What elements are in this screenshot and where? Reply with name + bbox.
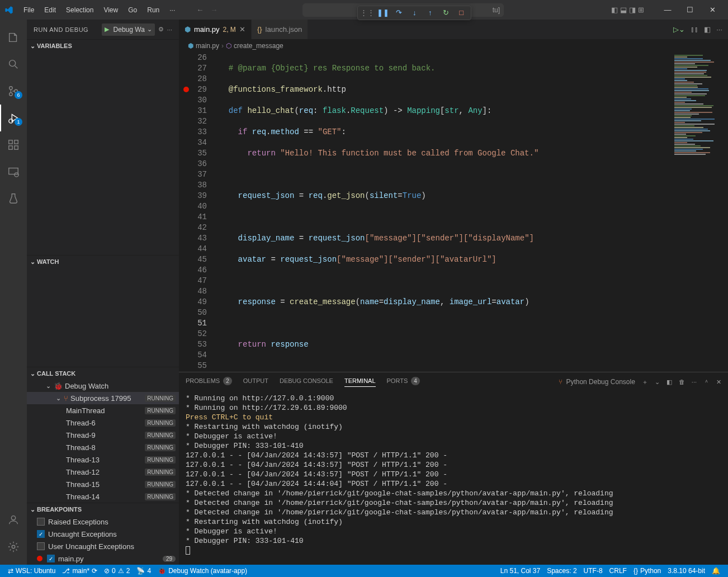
tab-problems[interactable]: PROBLEMS2: [186, 377, 232, 387]
drag-handle-icon[interactable]: ⋮⋮: [362, 8, 372, 18]
variables-header[interactable]: ⌄VARIABLES: [27, 40, 179, 52]
menu-bar: File Edit Selection View Go Run ···: [19, 4, 179, 16]
sb-interpreter[interactable]: 3.8.10 64-bit: [664, 567, 708, 575]
close-icon[interactable]: ✕: [239, 25, 245, 34]
maximize-button[interactable]: ☐: [679, 2, 701, 18]
more-icon[interactable]: ···: [716, 25, 722, 34]
svg-point-11: [15, 173, 18, 177]
gutter[interactable]: 2627282930313233343536373839404142434445…: [179, 53, 217, 372]
watch-header[interactable]: ⌄WATCH: [27, 256, 179, 268]
sb-ports[interactable]: 📡4: [133, 565, 154, 577]
code[interactable]: # @param {Object} res Response to send b…: [217, 53, 672, 372]
sb-branch[interactable]: ⎇main*⟳: [59, 565, 101, 577]
chevron-down-icon[interactable]: ⌄: [147, 26, 152, 33]
activity-debug[interactable]: 1: [0, 105, 27, 131]
close-button[interactable]: ✕: [701, 2, 724, 18]
checkbox-checked-icon[interactable]: ✓: [47, 555, 55, 562]
sb-remote[interactable]: ⇄WSL: Ubuntu: [4, 565, 59, 577]
split-right-icon[interactable]: ⫿⫿: [691, 25, 698, 34]
sb-eol[interactable]: CRLF: [606, 567, 630, 575]
step-out-icon[interactable]: ↑: [425, 8, 435, 18]
pause-icon[interactable]: ❚❚: [378, 8, 388, 18]
activity-remote[interactable]: [0, 158, 27, 185]
activity-settings[interactable]: [0, 533, 27, 560]
chevron-down-icon[interactable]: ⌄: [655, 379, 660, 386]
bp-file[interactable]: ✓main.py29: [27, 552, 179, 565]
callstack-thread[interactable]: Thread-13RUNNING: [27, 453, 179, 466]
menu-file[interactable]: File: [19, 4, 39, 16]
debug-config-select[interactable]: ▶ Debug Wa ⌄: [102, 23, 155, 36]
more-icon[interactable]: ···: [692, 379, 697, 385]
sync-icon[interactable]: ⟳: [92, 567, 97, 575]
callstack-thread[interactable]: MainThreadRUNNING: [27, 404, 179, 417]
layout-customize-icon[interactable]: ⊞: [638, 6, 644, 14]
activity-explorer[interactable]: [0, 24, 27, 51]
restart-icon[interactable]: ↻: [441, 8, 451, 18]
callstack-header[interactable]: ⌄CALL STACK: [27, 367, 179, 380]
bp-uncaught[interactable]: ✓Uncaught Exceptions: [27, 528, 179, 540]
menu-run[interactable]: Run: [143, 4, 164, 16]
sb-problems[interactable]: ⊘0⚠2: [101, 565, 133, 577]
new-terminal-icon[interactable]: ＋: [642, 378, 648, 386]
gear-icon[interactable]: ⚙: [158, 26, 164, 33]
checkbox-unchecked-icon[interactable]: [37, 518, 45, 526]
callstack-thread[interactable]: Thread-12RUNNING: [27, 466, 179, 478]
breakpoints-header[interactable]: ⌄BREAKPOINTS: [27, 503, 179, 515]
callstack-thread[interactable]: Thread-8RUNNING: [27, 441, 179, 453]
nav-forward-icon[interactable]: →: [210, 6, 218, 14]
checkbox-unchecked-icon[interactable]: [37, 542, 45, 550]
callstack-thread[interactable]: Thread-9RUNNING: [27, 429, 179, 441]
layout-toggle-secondary-icon[interactable]: ◨: [629, 6, 636, 14]
activity-scm[interactable]: 6: [0, 78, 27, 105]
tab-launch-json[interactable]: {} launch.json: [252, 20, 308, 39]
menu-more[interactable]: ···: [165, 4, 179, 16]
callstack-subprocess[interactable]: ⌄⑂Subprocess 17995RUNNING: [27, 392, 179, 404]
callstack-root[interactable]: ⌄🐞Debug Watch: [27, 380, 179, 392]
bp-user-uncaught[interactable]: User Uncaught Exceptions: [27, 540, 179, 552]
tab-debug-console[interactable]: DEBUG CONSOLE: [280, 377, 333, 386]
run-icon[interactable]: ▷⌄: [673, 25, 685, 34]
sb-encoding[interactable]: UTF-8: [580, 567, 606, 575]
step-into-icon[interactable]: ↓: [409, 8, 419, 18]
activity-extensions[interactable]: [0, 131, 27, 158]
activity-testing[interactable]: [0, 185, 27, 212]
sb-spaces[interactable]: Spaces: 2: [543, 567, 580, 575]
terminal-body[interactable]: * Running on http://127.0.0.1:9000 * Run…: [179, 391, 728, 565]
more-icon[interactable]: ···: [167, 26, 172, 33]
diff-icon[interactable]: ◧: [704, 25, 711, 34]
sb-cursor-pos[interactable]: Ln 51, Col 37: [497, 567, 543, 575]
callstack-thread[interactable]: Thread-6RUNNING: [27, 417, 179, 429]
terminal-select[interactable]: ⑂Python Debug Console: [559, 378, 635, 386]
minimap[interactable]: [672, 53, 728, 372]
close-panel-icon[interactable]: ✕: [716, 379, 721, 386]
sb-notifications[interactable]: 🔔: [708, 567, 724, 575]
minimize-button[interactable]: —: [656, 2, 679, 18]
split-terminal-icon[interactable]: ◧: [666, 379, 672, 386]
sb-debug[interactable]: 🐞Debug Watch (avatar-app): [154, 565, 250, 577]
kill-terminal-icon[interactable]: 🗑: [679, 379, 685, 385]
menu-view[interactable]: View: [99, 4, 122, 16]
callstack-thread[interactable]: Thread-15RUNNING: [27, 478, 179, 490]
nav-back-icon[interactable]: ←: [196, 6, 204, 14]
menu-go[interactable]: Go: [124, 4, 141, 16]
callstack-thread[interactable]: Thread-14RUNNING: [27, 490, 179, 503]
tab-terminal[interactable]: TERMINAL: [344, 377, 376, 387]
layout-toggle-primary-icon[interactable]: ◧: [611, 6, 618, 14]
maximize-panel-icon[interactable]: ＾: [703, 378, 710, 386]
stop-icon[interactable]: □: [456, 8, 466, 18]
tab-ports[interactable]: PORTS4: [387, 377, 420, 387]
tab-output[interactable]: OUTPUT: [243, 377, 268, 386]
step-over-icon[interactable]: ↷: [394, 8, 404, 18]
checkbox-checked-icon[interactable]: ✓: [37, 530, 45, 538]
editor-body[interactable]: 2627282930313233343536373839404142434445…: [179, 53, 728, 372]
activity-search[interactable]: [0, 51, 27, 78]
breadcrumb[interactable]: ⬢ main.py › ⬡ create_message: [179, 39, 728, 53]
bp-raised[interactable]: Raised Exceptions: [27, 515, 179, 528]
debug-start-icon[interactable]: ▶: [105, 26, 109, 33]
tab-main-py[interactable]: ⬢ main.py 2, M ✕: [179, 20, 252, 39]
layout-toggle-panel-icon[interactable]: ⬓: [620, 6, 627, 14]
activity-account[interactable]: [0, 507, 27, 533]
menu-edit[interactable]: Edit: [40, 4, 60, 16]
menu-selection[interactable]: Selection: [62, 4, 98, 16]
sb-lang[interactable]: {}Python: [630, 567, 664, 575]
